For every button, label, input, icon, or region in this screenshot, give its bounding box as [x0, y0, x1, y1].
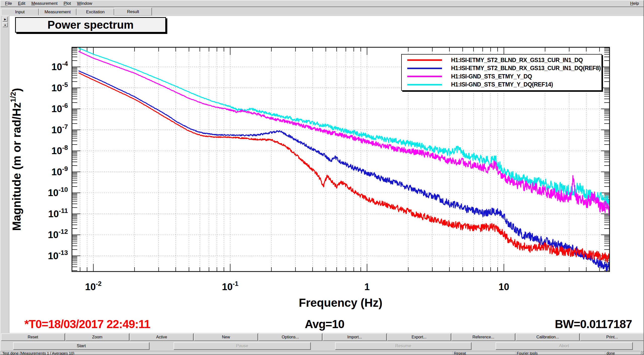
plot-title: Power spectrum: [15, 17, 166, 33]
menu-plot[interactable]: Plot: [61, 1, 74, 7]
menu-file[interactable]: File: [2, 1, 15, 7]
legend-line-sample-cyan: [407, 84, 442, 85]
reset-button[interactable]: Reset: [1, 333, 65, 341]
status-message: Test done (Measurements 1 / Averages 10): [1, 351, 452, 355]
menu-help[interactable]: Help: [627, 1, 642, 7]
status-fourier-tools: Fourier tools: [515, 351, 605, 355]
pane-collapse-button[interactable]: ▲: [3, 22, 8, 27]
new-button[interactable]: New: [194, 333, 258, 341]
reference-button[interactable]: Reference...: [452, 333, 515, 341]
svg-text:10-8: 10-8: [52, 144, 68, 156]
legend-label: H1:ISI-GND_STS_ETMY_Y_DQ: [451, 73, 532, 80]
resume-button[interactable]: Resume: [335, 342, 471, 350]
legend-line-sample-magenta: [407, 76, 442, 77]
tab-measurement[interactable]: Measurement: [39, 9, 76, 15]
menu-edit[interactable]: Edit: [15, 1, 28, 7]
import-button[interactable]: Import...: [323, 333, 387, 341]
legend-label: H1:ISI-ETMY_ST2_BLND_RX_GS13_CUR_IN1_DQ(…: [451, 65, 601, 72]
export-button[interactable]: Export...: [387, 333, 451, 341]
svg-text:10: 10: [499, 282, 509, 292]
legend-label: H1:ISI-ETMY_ST2_BLND_RX_GS13_CUR_IN1_DQ: [451, 57, 583, 64]
pane-expand-button[interactable]: ▶: [3, 17, 8, 22]
bandwidth-value: BW=0.0117187: [534, 317, 632, 331]
plot-legend: H1:ISI-ETMY_ST2_BLND_RX_GS13_CUR_IN1_DQ …: [401, 54, 602, 91]
measurement-controls: Start Pause Resume Abort: [1, 341, 644, 350]
t0-timestamp: *T0=18/03/2017 22:49:11: [24, 317, 150, 331]
svg-text:Magnitude (m or rad/Hz1/2): Magnitude (m or rad/Hz1/2): [9, 88, 23, 231]
svg-text:1: 1: [364, 282, 370, 292]
calibration-button[interactable]: Calibration...: [516, 333, 580, 341]
svg-text:10-5: 10-5: [52, 81, 68, 93]
svg-text:10-10: 10-10: [48, 186, 68, 198]
up-triangle-icon: ▲: [4, 23, 7, 26]
status-done: done: [605, 351, 640, 355]
menu-bar: File Edit Measurement Plot Window Help: [1, 1, 643, 7]
legend-line-sample-red: [407, 59, 442, 61]
tab-input[interactable]: Input: [1, 9, 39, 15]
averages-value: Avg=10: [274, 317, 375, 331]
diaggui-window: { "menu": { "items": ["File", "Edit", "M…: [0, 0, 644, 355]
svg-text:10-4: 10-4: [52, 60, 68, 72]
legend-row: H1:ISI-ETMY_ST2_BLND_RX_GS13_CUR_IN1_DQ(…: [402, 65, 601, 72]
legend-row: H1:ISI-GND_STS_ETMY_Y_DQ: [402, 73, 601, 80]
legend-row: H1:ISI-ETMY_ST2_BLND_RX_GS13_CUR_IN1_DQ: [402, 57, 601, 64]
pause-button[interactable]: Pause: [174, 342, 311, 350]
tab-result[interactable]: Result: [114, 8, 152, 16]
svg-text:10-7: 10-7: [52, 123, 68, 135]
legend-row: H1:ISI-GND_STS_ETMY_Y_DQ(REF14): [402, 81, 601, 88]
right-triangle-icon: ▶: [4, 18, 6, 21]
status-bar: Test done (Measurements 1 / Averages 10)…: [1, 351, 644, 355]
svg-text:10-6: 10-6: [52, 102, 68, 114]
active-button[interactable]: Active: [130, 333, 194, 341]
svg-text:10-13: 10-13: [48, 249, 68, 261]
zoom-button[interactable]: Zoom: [65, 333, 129, 341]
resize-grip-icon[interactable]: [640, 351, 644, 355]
options-button[interactable]: Options...: [258, 333, 322, 341]
start-button[interactable]: Start: [13, 342, 149, 350]
menu-measurement[interactable]: Measurement: [28, 1, 61, 7]
print-button[interactable]: Print...: [580, 333, 644, 341]
svg-text:10-9: 10-9: [52, 165, 68, 177]
tab-bar: Input Measurement Excitation Result: [1, 8, 643, 16]
plot-toolbar: Reset Zoom Active New Options... Import.…: [1, 333, 644, 341]
tab-excitation[interactable]: Excitation: [76, 9, 114, 15]
svg-text:10-2: 10-2: [85, 280, 101, 292]
svg-text:10-1: 10-1: [222, 280, 238, 292]
legend-label: H1:ISI-GND_STS_ETMY_Y_DQ(REF14): [451, 81, 553, 88]
svg-text:10-12: 10-12: [48, 228, 68, 240]
status-repeat: Repeat: [452, 351, 515, 355]
menu-window[interactable]: Window: [74, 1, 95, 7]
abort-button[interactable]: Abort: [496, 342, 633, 350]
svg-text:Frequency (Hz): Frequency (Hz): [299, 296, 382, 309]
svg-text:10-11: 10-11: [48, 207, 68, 219]
legend-line-sample-blue: [407, 68, 442, 69]
